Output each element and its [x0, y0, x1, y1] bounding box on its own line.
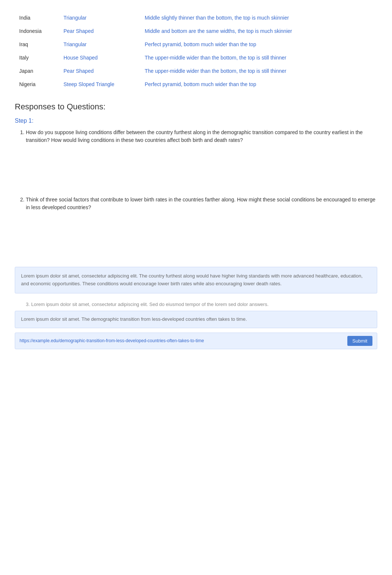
shape-description: Perfect pyramid, bottom much wider than … — [140, 38, 377, 51]
questions-list: How do you suppose living conditions dif… — [15, 129, 377, 144]
answer-box-1: Lorem ipsum dolor sit amet, consectetur … — [15, 267, 377, 293]
country-name: Nigeria — [15, 78, 59, 91]
question-1: How do you suppose living conditions dif… — [26, 129, 377, 144]
shape-description: Perfect pyramid, bottom much wider than … — [140, 78, 377, 91]
step1-title: Step 1: — [15, 118, 377, 124]
responses-title: Responses to Questions: — [15, 102, 377, 112]
country-name: Japan — [15, 64, 59, 78]
shape-name: Triangular — [59, 11, 140, 24]
shape-name: Pear Shaped — [59, 64, 140, 78]
shape-name: House Shaped — [59, 51, 140, 64]
shape-name: Triangular — [59, 38, 140, 51]
answer-space-2 — [15, 219, 377, 263]
bottom-link-text: https://example.edu/demographic-transiti… — [20, 338, 204, 343]
country-table: India Triangular Middle slightly thinner… — [15, 11, 377, 91]
question-3-blurred: 3. Lorem ipsum dolor sit amet, consectet… — [26, 301, 377, 308]
country-name: India — [15, 11, 59, 24]
question-2: Think of three social factors that contr… — [26, 196, 377, 211]
answer-text-1: Lorem ipsum dolor sit amet, consectetur … — [21, 272, 371, 288]
bottom-link-bar[interactable]: https://example.edu/demographic-transiti… — [15, 333, 377, 349]
shape-description: Middle and bottom are the same widths, t… — [140, 24, 377, 38]
questions-list-2: Think of three social factors that contr… — [15, 196, 377, 211]
answer-box-2: Lorem ipsum dolor sit amet. The demograp… — [15, 311, 377, 328]
country-name: Iraq — [15, 38, 59, 51]
table-row: Nigeria Steep Sloped Triangle Perfect py… — [15, 78, 377, 91]
shape-description: The upper-middle wider than the bottom, … — [140, 64, 377, 78]
country-table-section: India Triangular Middle slightly thinner… — [15, 11, 377, 91]
shape-name: Steep Sloped Triangle — [59, 78, 140, 91]
table-row: India Triangular Middle slightly thinner… — [15, 11, 377, 24]
table-row: Japan Pear Shaped The upper-middle wider… — [15, 64, 377, 78]
answer-text-2: Lorem ipsum dolor sit amet. The demograp… — [21, 316, 371, 323]
shape-name: Pear Shaped — [59, 24, 140, 38]
country-name: Italy — [15, 51, 59, 64]
country-name: Indonesia — [15, 24, 59, 38]
table-row: Iraq Triangular Perfect pyramid, bottom … — [15, 38, 377, 51]
shape-description: Middle slightly thinner than the bottom,… — [140, 11, 377, 24]
table-row: Italy House Shaped The upper-middle wide… — [15, 51, 377, 64]
answer-space-1 — [15, 152, 377, 196]
table-row: Indonesia Pear Shaped Middle and bottom … — [15, 24, 377, 38]
responses-section: Responses to Questions: Step 1: How do y… — [15, 102, 377, 349]
submit-button[interactable]: Submit — [347, 336, 372, 346]
shape-description: The upper-middle wider than the bottom, … — [140, 51, 377, 64]
